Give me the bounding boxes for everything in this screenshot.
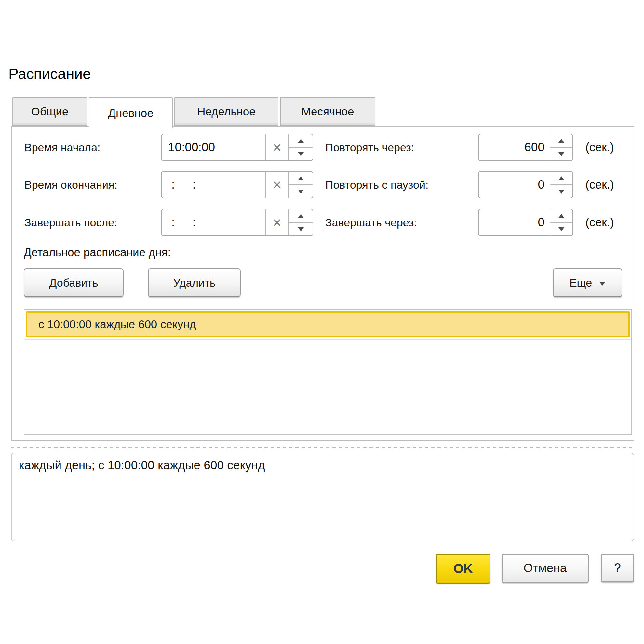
summary-panel: каждый день; с 10:00:00 каждые 600 секун…: [11, 453, 634, 541]
clear-icon: ×: [273, 214, 282, 231]
finish-after-clear-button[interactable]: ×: [265, 209, 288, 235]
schedule-dialog: Расписание Общие Дневное Недельное Месяч…: [0, 0, 644, 644]
delete-button-label: Удалить: [173, 276, 216, 289]
help-button[interactable]: ?: [601, 554, 634, 582]
detail-schedule-header: Детальное расписание дня:: [24, 246, 171, 259]
end-time-input[interactable]: : :: [162, 172, 265, 198]
ok-button[interactable]: OK: [436, 554, 490, 584]
start-time-clear-button[interactable]: ×: [265, 134, 288, 160]
tab-monthly[interactable]: Месячное: [280, 97, 375, 126]
start-time-label: Время начала:: [24, 134, 100, 161]
repeat-every-input[interactable]: 600: [479, 134, 550, 160]
finish-after-label: Завершать после:: [24, 209, 117, 236]
tab-daily-label: Дневное: [108, 107, 153, 120]
arrow-down-icon: [298, 227, 304, 231]
arrow-up-icon: [558, 214, 564, 218]
tab-general-label: Общие: [31, 105, 68, 118]
arrow-down-icon: [558, 152, 564, 156]
page-title: Расписание: [8, 65, 91, 83]
finish-in-label: Завершать через:: [325, 209, 417, 236]
tab-daily[interactable]: Дневное: [89, 97, 173, 128]
arrow-up-icon: [298, 139, 304, 143]
repeat-every-unit: (сек.): [585, 134, 614, 161]
arrow-up-icon: [298, 214, 304, 218]
arrow-down-icon: [298, 152, 304, 156]
repeat-pause-field: 0: [478, 171, 573, 198]
help-button-label: ?: [614, 561, 621, 575]
repeat-pause-unit: (сек.): [585, 171, 614, 198]
finish-after-spin-down[interactable]: [289, 223, 313, 235]
cancel-button[interactable]: Отмена: [502, 554, 589, 583]
end-time-spin-down[interactable]: [289, 185, 313, 198]
more-button[interactable]: Еще: [553, 268, 622, 297]
start-time-input[interactable]: 10:00:00: [162, 134, 265, 160]
list-row-separator: [24, 339, 631, 340]
repeat-pause-input[interactable]: 0: [479, 172, 550, 198]
tab-weekly[interactable]: Недельное: [174, 97, 278, 126]
finish-in-field: 0: [478, 209, 573, 236]
arrow-up-icon: [558, 176, 564, 180]
finish-in-input[interactable]: 0: [479, 209, 550, 235]
list-item-selected[interactable]: с 10:00:00 каждые 600 секунд: [26, 311, 630, 337]
finish-after-spin-up[interactable]: [289, 209, 313, 223]
repeat-pause-spin-down[interactable]: [550, 185, 572, 198]
chevron-down-icon: [599, 282, 606, 286]
finish-after-field: : : ×: [161, 209, 313, 236]
summary-text: каждый день; с 10:00:00 каждые 600 секун…: [19, 459, 265, 472]
arrow-up-icon: [298, 176, 304, 180]
start-time-spin-up[interactable]: [289, 134, 313, 148]
end-time-spin-up[interactable]: [289, 172, 313, 185]
more-button-label: Еще: [570, 276, 592, 289]
ok-button-label: OK: [453, 561, 473, 576]
arrow-up-icon: [558, 139, 564, 143]
repeat-every-field: 600: [478, 134, 573, 161]
arrow-down-icon: [558, 227, 564, 231]
end-time-label: Время окончания:: [24, 171, 117, 198]
arrow-down-icon: [558, 190, 564, 194]
dashed-divider: [11, 447, 634, 448]
start-time-spin-down[interactable]: [289, 148, 313, 160]
add-button[interactable]: Добавить: [24, 268, 124, 297]
start-time-field: 10:00:00 ×: [161, 134, 313, 161]
finish-after-input[interactable]: : :: [162, 209, 265, 235]
end-time-field: : : ×: [161, 171, 313, 198]
finish-in-spin-up[interactable]: [550, 209, 572, 223]
repeat-pause-label: Повторять с паузой:: [325, 171, 428, 198]
end-time-clear-button[interactable]: ×: [265, 172, 288, 198]
finish-in-unit: (сек.): [585, 209, 614, 236]
arrow-down-icon: [298, 190, 304, 194]
cancel-button-label: Отмена: [524, 561, 567, 575]
repeat-every-label: Повторять через:: [325, 134, 414, 161]
repeat-every-spin-up[interactable]: [550, 134, 572, 148]
clear-icon: ×: [273, 139, 282, 156]
tab-general[interactable]: Общие: [12, 97, 87, 126]
detail-schedule-list: с 10:00:00 каждые 600 секунд: [24, 309, 632, 435]
repeat-every-spin-down[interactable]: [550, 148, 572, 160]
clear-icon: ×: [273, 176, 282, 194]
tab-monthly-label: Месячное: [302, 105, 354, 118]
tab-weekly-label: Недельное: [197, 105, 256, 118]
finish-in-spin-down[interactable]: [550, 223, 572, 235]
add-button-label: Добавить: [49, 276, 98, 289]
repeat-pause-spin-up[interactable]: [550, 172, 572, 185]
delete-button[interactable]: Удалить: [148, 268, 241, 297]
